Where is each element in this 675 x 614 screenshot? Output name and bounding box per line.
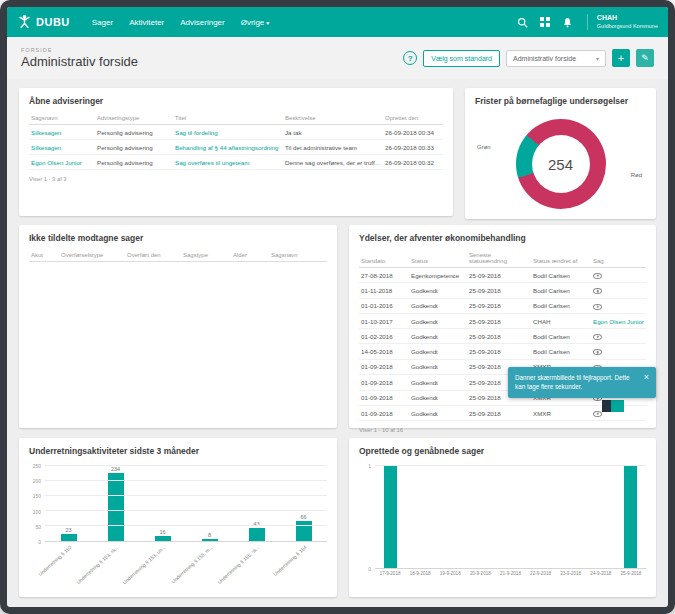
x-axis-label: 24-9-2018 <box>590 571 611 576</box>
case-link[interactable]: Egon Olsen Junior <box>593 318 644 325</box>
view-case-icon[interactable] <box>593 288 602 294</box>
segment-label-rod: Rød <box>631 172 642 178</box>
column-header: Overførselstype <box>59 249 125 262</box>
top-navbar: DUBU Sager Aktiviteter Adviseringer Øvri… <box>7 7 668 37</box>
bar <box>624 466 637 568</box>
table-cell: Bodil Carlsen <box>531 344 591 359</box>
nav-item-aktiviteter[interactable]: Aktiviteter <box>129 18 164 27</box>
x-axis-label: Underretning § 153, un... <box>121 544 166 585</box>
table-cell: 26-09-2018 00:34 <box>383 125 443 140</box>
bar-slot: 25-9-2018 <box>616 466 646 568</box>
bar-slot: 21-9-2018 <box>495 466 525 568</box>
bar-value-label: 8 <box>208 532 211 538</box>
nav-item-ovrige[interactable]: Øvrige ▾ <box>241 18 270 27</box>
dashboard-content: Åbne adviseringer SagsnavnAdviseringstyp… <box>7 79 668 607</box>
case-link[interactable]: Silkesagen <box>31 129 61 136</box>
edit-dashboard-button[interactable]: ✎ <box>636 49 654 67</box>
notifications-button[interactable] <box>562 17 573 28</box>
bar-slot: 8Underretning § 155, m... <box>186 466 233 541</box>
view-case-icon[interactable] <box>593 273 602 279</box>
table-row[interactable]: 14-05-2018Godkendt25-09-2018Bodil Carlse… <box>359 344 646 359</box>
y-axis-label: 0 <box>368 566 371 572</box>
table-row[interactable]: SilkesagenPersonlig adviseringSag til fo… <box>29 125 443 140</box>
app-window: DUBU Sager Aktiviteter Adviseringer Øvri… <box>7 7 668 607</box>
bar-slot: 234Underretning § 153, sk... <box>92 466 139 541</box>
table-cell: Egon Olsen Junior <box>29 155 95 170</box>
table-cell <box>591 329 646 344</box>
bar-slot: 23Underretning § 152 <box>45 466 92 541</box>
view-case-icon[interactable] <box>593 349 602 355</box>
toast-close-button[interactable]: × <box>644 373 649 392</box>
set-default-button[interactable]: Vælg som standard <box>423 50 500 67</box>
segment-label-gron: Grøn <box>477 144 491 150</box>
table-cell: Godkendt <box>409 390 467 405</box>
table-cell: Personlig advisering <box>95 140 173 155</box>
panel-abne-adviseringer: Åbne adviseringer SagsnavnAdviseringstyp… <box>19 88 453 216</box>
panel-title: Oprettede og genåbnede sager <box>349 438 656 462</box>
plot-area: 17-9-201818-9-201819-9-201820-9-201821-9… <box>375 466 646 569</box>
y-axis-label: 150 <box>33 493 41 499</box>
column-header: Sagsnavn <box>29 112 95 125</box>
table-row[interactable]: 01-11-2018Godkendt25-09-2018Bodil Carlse… <box>359 283 646 298</box>
table-cell: 01-01-2016 <box>359 298 409 313</box>
table-row[interactable]: Egon Olsen JuniorPersonlig adviseringSag… <box>29 155 443 170</box>
bar-slot: 23-9-2018 <box>556 466 586 568</box>
user-menu[interactable]: CHAH Guldborgsund Kommune <box>587 14 658 30</box>
column-header: Adviseringstype <box>95 112 173 125</box>
case-link[interactable]: Sag til fordeling <box>175 129 218 136</box>
view-case-icon[interactable] <box>593 304 602 310</box>
table-cell: 01-09-2018 <box>359 405 409 420</box>
table-row[interactable]: 27-08-2018Egenkompetence25-09-2018Bodil … <box>359 268 646 283</box>
table-row[interactable]: 01-01-2016Godkendt25-09-2018Bodil Carlse… <box>359 298 646 313</box>
apps-grid-button[interactable] <box>540 17 550 27</box>
view-case-icon[interactable] <box>593 334 602 340</box>
table-row[interactable]: SilkesagenPersonlig adviseringBehandling… <box>29 140 443 155</box>
case-link[interactable]: Silkesagen <box>31 144 61 151</box>
bar <box>108 473 124 541</box>
nav-item-sager[interactable]: Sager <box>92 18 113 27</box>
view-case-icon[interactable] <box>593 411 602 417</box>
y-axis-label: 0 <box>38 539 41 545</box>
table-cell: Egenkompetence <box>409 268 467 283</box>
table-cell: 25-09-2018 <box>467 329 531 344</box>
x-axis-label: Underretning § 155, m... <box>169 544 213 585</box>
column-header: Seneste statusændring <box>467 249 531 268</box>
table-cell: Godkendt <box>409 314 467 329</box>
dubu-logo[interactable]: DUBU <box>17 14 70 31</box>
case-link[interactable]: Egon Olsen Junior <box>31 159 82 166</box>
search-button[interactable] <box>517 17 528 28</box>
table-cell: 25-09-2018 <box>467 344 531 359</box>
y-axis-label: 1 <box>368 463 371 469</box>
main-menu: Sager Aktiviteter Adviseringer Øvrige ▾ <box>92 18 270 27</box>
chevron-down-icon: ▾ <box>596 55 599 62</box>
y-axis-label: 250 <box>33 463 41 469</box>
help-button[interactable]: ? <box>403 51 417 65</box>
add-dashboard-button[interactable]: + <box>612 49 630 67</box>
case-link[interactable]: Behandling af § 44 aflastningsordning <box>175 144 279 151</box>
table-cell: CHAH <box>531 314 591 329</box>
brand-name: DUBU <box>36 16 70 28</box>
table-cell: 26-09-2018 00:32 <box>383 155 443 170</box>
dashboard-select[interactable]: Administrativ forside ▾ <box>506 50 606 67</box>
pagination-info: Viser 1 - 10 af 16 <box>349 421 656 439</box>
table-cell: 01-10-2017 <box>359 314 409 329</box>
x-axis-label: Underretning § 153, sk... <box>75 544 120 585</box>
toast-message: Danner skærmbillede til fejlrapport. Det… <box>515 373 638 392</box>
table-row[interactable]: 01-02-2016Godkendt25-09-2018Bodil Carlse… <box>359 329 646 344</box>
y-axis-label: 50 <box>35 524 41 530</box>
search-icon <box>517 17 528 28</box>
page-title: Administrativ forside <box>21 54 138 69</box>
table-row[interactable]: 01-10-2017Godkendt25-09-2018CHAHEgon Ols… <box>359 314 646 329</box>
column-header: Titel <box>173 112 283 125</box>
table-cell: 01-09-2018 <box>359 375 409 390</box>
nav-item-adviseringer[interactable]: Adviseringer <box>180 18 224 27</box>
table-cell: Silkesagen <box>29 125 95 140</box>
bar <box>155 536 171 541</box>
panel-ikke-tildelte-sager: Ikke tildelte modtagne sager AkutOverfør… <box>19 225 337 428</box>
panel-oprettede-sager: Oprettede og genåbnede sager 01 17-9-201… <box>349 438 656 597</box>
topbar-tools: CHAH Guldborgsund Kommune <box>517 14 658 30</box>
table-cell: Godkendt <box>409 329 467 344</box>
column-header: Sagstype <box>181 249 231 262</box>
case-link[interactable]: Sag overføres til ungeteam <box>175 159 249 166</box>
chevron-down-icon: ▾ <box>266 19 269 26</box>
